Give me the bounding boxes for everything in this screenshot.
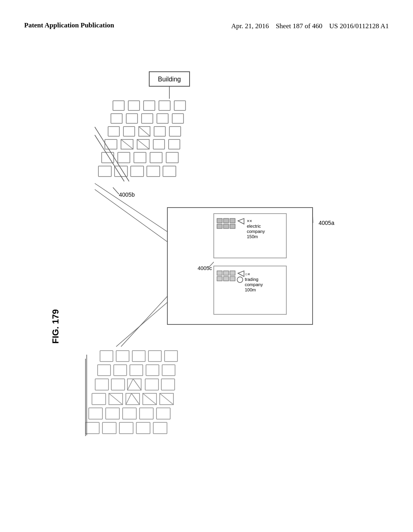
publication-title: Patent Application Publication [24, 21, 114, 29]
svg-rect-86 [145, 379, 159, 390]
svg-rect-80 [162, 365, 175, 376]
svg-marker-46 [238, 218, 244, 224]
svg-line-67 [95, 183, 167, 232]
svg-rect-56 [223, 276, 229, 281]
svg-rect-29 [166, 152, 178, 163]
svg-rect-10 [157, 114, 168, 123]
svg-line-92 [126, 393, 131, 405]
svg-rect-5 [159, 101, 170, 110]
svg-marker-96 [160, 393, 173, 405]
svg-rect-78 [130, 365, 143, 376]
svg-rect-12 [108, 127, 119, 136]
svg-text:150m: 150m [247, 234, 258, 239]
svg-rect-76 [98, 365, 111, 376]
svg-text:××: ×× [247, 218, 252, 223]
svg-marker-58 [238, 271, 244, 276]
svg-rect-4 [144, 101, 155, 110]
svg-rect-30 [98, 166, 111, 177]
svg-rect-106 [136, 422, 150, 434]
svg-line-15 [139, 127, 150, 136]
svg-line-36 [95, 135, 124, 181]
svg-rect-45 [230, 224, 235, 229]
svg-rect-55 [217, 276, 222, 281]
svg-rect-18 [105, 139, 117, 149]
svg-text:○×: ○× [245, 272, 250, 276]
svg-point-59 [237, 277, 243, 283]
svg-line-95 [143, 393, 156, 405]
svg-rect-81 [95, 379, 108, 390]
svg-line-37 [113, 187, 119, 194]
patent-number: US 2016/0112128 A1 [329, 22, 389, 30]
svg-rect-2 [113, 101, 124, 110]
svg-rect-16 [154, 127, 165, 136]
header-left: Patent Application Publication [24, 21, 114, 30]
svg-rect-31 [115, 166, 127, 177]
svg-rect-27 [134, 152, 146, 163]
svg-marker-89 [109, 393, 123, 405]
svg-rect-52 [217, 271, 222, 275]
label-4005c-text: 4005c [198, 265, 212, 271]
svg-line-65 [313, 212, 313, 223]
svg-rect-8 [126, 114, 138, 123]
svg-marker-19 [121, 139, 133, 149]
svg-rect-33 [147, 166, 160, 177]
svg-marker-91 [126, 393, 140, 405]
svg-rect-39 [214, 214, 286, 258]
svg-rect-3 [128, 101, 140, 110]
svg-text:company: company [247, 229, 265, 234]
svg-rect-77 [114, 365, 127, 376]
svg-rect-103 [86, 422, 99, 434]
svg-rect-75 [165, 351, 177, 362]
svg-rect-101 [140, 408, 153, 419]
svg-rect-79 [146, 365, 159, 376]
svg-line-93 [131, 393, 140, 405]
svg-text:electric: electric [247, 224, 261, 229]
svg-line-64 [208, 262, 214, 268]
svg-rect-102 [156, 408, 170, 419]
svg-rect-44 [223, 224, 229, 229]
svg-rect-71 [100, 351, 113, 362]
svg-rect-100 [123, 408, 136, 419]
svg-rect-105 [119, 422, 133, 434]
svg-rect-24 [169, 139, 180, 149]
svg-rect-13 [123, 127, 135, 136]
svg-rect-42 [230, 218, 235, 223]
sheet-info: Sheet 187 of 460 [276, 22, 323, 30]
svg-rect-73 [132, 351, 145, 362]
svg-line-97 [160, 393, 173, 405]
diagram-area: Building [24, 64, 389, 508]
svg-rect-74 [148, 351, 161, 362]
fig-label-text: FIG. 179 [50, 309, 60, 344]
svg-line-69 [121, 296, 167, 347]
svg-rect-26 [118, 152, 130, 163]
svg-rect-9 [142, 114, 153, 123]
svg-rect-53 [223, 271, 229, 275]
pub-date: Apr. 21, 2016 [231, 22, 269, 30]
label-4005b-text: 4005b [119, 191, 135, 198]
svg-marker-83 [127, 379, 141, 390]
svg-rect-98 [89, 408, 102, 419]
svg-rect-57 [230, 276, 235, 281]
svg-rect-38 [167, 208, 313, 324]
svg-rect-11 [172, 114, 184, 123]
svg-rect-6 [174, 101, 186, 110]
svg-line-90 [109, 393, 123, 405]
svg-line-68 [95, 189, 167, 242]
svg-rect-41 [223, 218, 229, 223]
svg-rect-25 [102, 152, 114, 163]
svg-text:company: company [245, 282, 263, 287]
svg-line-70 [116, 302, 167, 347]
svg-rect-17 [169, 127, 181, 136]
svg-rect-82 [111, 379, 125, 390]
svg-rect-40 [217, 218, 222, 223]
svg-text:trading: trading [245, 277, 259, 282]
label-4005a-text: 4005a [319, 220, 334, 226]
svg-line-85 [133, 379, 141, 390]
svg-rect-32 [131, 166, 144, 177]
svg-rect-34 [163, 166, 176, 177]
svg-line-22 [137, 139, 149, 149]
svg-marker-21 [137, 139, 149, 149]
svg-rect-51 [214, 266, 286, 314]
svg-rect-54 [230, 271, 235, 275]
svg-text:100m: 100m [245, 287, 256, 292]
